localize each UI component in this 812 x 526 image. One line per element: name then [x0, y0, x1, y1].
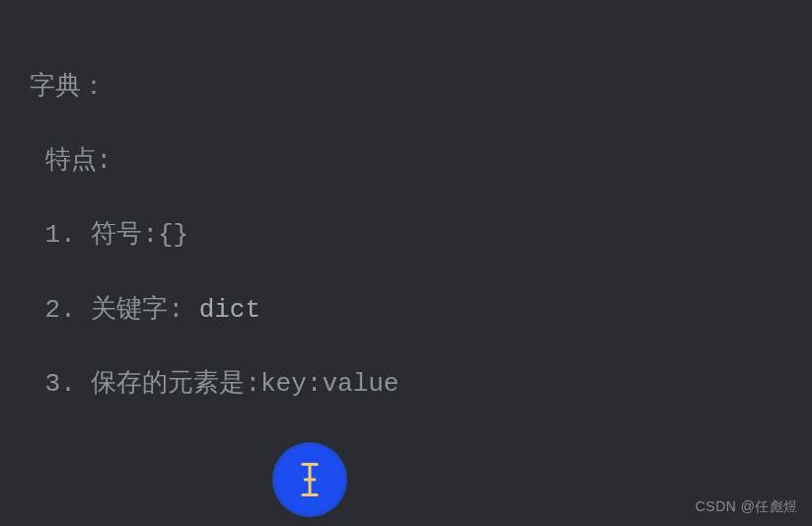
code-editor-area[interactable]: 字典： 特点: 1. 符号:{} 2. 关键字: dict 3. 保存的元素是:…: [0, 0, 812, 526]
code-line: 2. 关键字: dict: [30, 292, 812, 330]
keyword-dict: dict: [199, 295, 260, 325]
mouse-pointer-highlight: [272, 442, 347, 517]
watermark-text: CSDN @任彪煜: [696, 496, 798, 516]
code-line: 1. 符号:{}: [30, 217, 812, 255]
code-line: 特点:: [30, 143, 812, 181]
code-line: [30, 515, 812, 526]
code-line: 字典：: [30, 69, 812, 107]
code-text: 2. 关键字:: [30, 295, 199, 325]
code-line: 3. 保存的元素是:key:value: [30, 366, 812, 404]
code-line: [30, 441, 812, 479]
ibeam-cursor-icon: [296, 462, 324, 497]
